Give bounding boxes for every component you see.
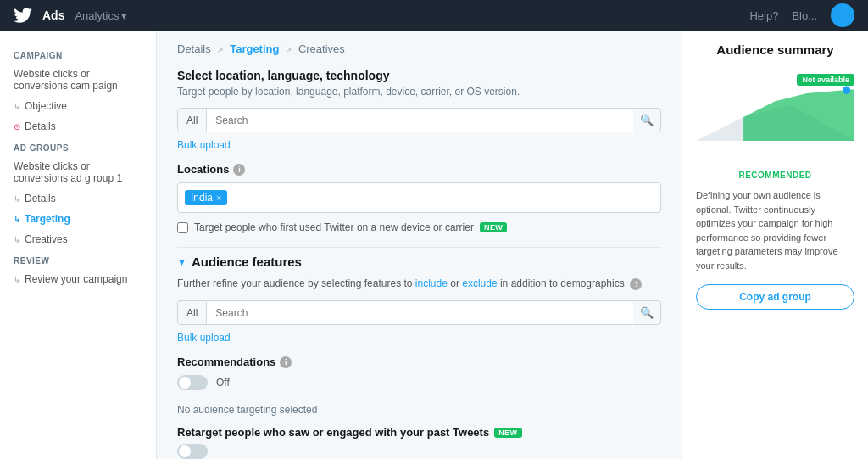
twitter-logo xyxy=(14,8,32,23)
audience-search-input[interactable] xyxy=(207,302,633,324)
sidebar-icon-targeting: ↳ xyxy=(14,215,20,224)
copy-ad-group-button[interactable]: Copy ad group xyxy=(696,284,854,310)
location-bulk-upload[interactable]: Bulk upload xyxy=(177,139,661,151)
audience-summary-panel: Audience summary Not available RECOMMEND… xyxy=(682,31,868,459)
india-tag[interactable]: India × xyxy=(185,190,227,205)
audience-features-desc: Further refine your audience by selectin… xyxy=(177,277,661,290)
recommendations-info-icon: i xyxy=(280,356,292,368)
recommended-label: RECOMMENDED xyxy=(696,171,854,180)
retarget-toggle-knob xyxy=(179,445,191,457)
sidebar-arrow-objective: ↳ xyxy=(14,102,20,111)
retarget-row: Retarget people who saw or engaged with … xyxy=(177,426,661,459)
locations-info-icon: i xyxy=(233,164,245,176)
main-layout: CAMPAIGN Website clicks or conversions c… xyxy=(0,31,868,459)
breadcrumb-creatives[interactable]: Creatives xyxy=(298,42,345,55)
location-section-title: Select location, language, technology xyxy=(177,69,661,82)
breadcrumb-details[interactable]: Details xyxy=(177,42,211,55)
sidebar-icon-details: ⊙ xyxy=(14,122,20,132)
audience-bulk-upload[interactable]: Bulk upload xyxy=(177,332,661,344)
new-badge-carrier: NEW xyxy=(480,222,507,232)
location-section-desc: Target people by location, language, pla… xyxy=(177,86,661,98)
sidebar-item-adgroup-details[interactable]: ↳ Details xyxy=(0,188,156,209)
location-search-all[interactable]: All xyxy=(178,109,207,132)
topnav-right: Help? Blo... xyxy=(749,3,854,27)
svg-marker-1 xyxy=(743,89,854,141)
sidebar-arrow-review: ↳ xyxy=(14,275,20,284)
no-targeting-message: No audience targeting selected xyxy=(177,404,661,416)
audience-search-all[interactable]: All xyxy=(178,302,207,324)
location-search-icon: 🔍 xyxy=(633,109,660,132)
sidebar: CAMPAIGN Website clicks or conversions c… xyxy=(0,31,157,459)
blog-link[interactable]: Blo... xyxy=(792,9,817,22)
recommendations-toggle[interactable] xyxy=(177,375,208,390)
top-navigation: Ads Analytics ▾ Help? Blo... xyxy=(0,0,868,31)
review-section-title: REVIEW xyxy=(0,249,156,269)
breadcrumb-sep2: > xyxy=(286,44,291,54)
exclude-link[interactable]: exclude xyxy=(462,277,497,289)
toggle-knob xyxy=(179,377,191,389)
analytics-menu[interactable]: Analytics ▾ xyxy=(75,9,127,22)
audience-info-icon: ? xyxy=(630,278,642,290)
campaign-section-title: CAMPAIGN xyxy=(0,44,156,64)
chart-area: Not available xyxy=(696,67,854,160)
location-search-input[interactable] xyxy=(207,109,633,132)
sidebar-arrow-creatives: ↳ xyxy=(14,235,20,244)
locations-label: Locations i xyxy=(177,163,661,176)
locations-box[interactable]: India × xyxy=(177,182,661,213)
recommendations-toggle-label: Off xyxy=(216,377,230,389)
sidebar-item-targeting[interactable]: ↳ Targeting xyxy=(0,209,156,229)
brand-label: Ads xyxy=(42,8,64,22)
india-tag-remove[interactable]: × xyxy=(216,193,221,203)
twitter-icon xyxy=(14,8,32,23)
new-badge-retarget: NEW xyxy=(494,428,521,438)
breadcrumb-sep1: > xyxy=(218,44,223,54)
audience-search-bar: All 🔍 xyxy=(177,300,661,325)
topnav-left: Ads Analytics ▾ xyxy=(14,8,127,23)
audience-features-arrow-icon: ▼ xyxy=(177,257,186,267)
main-area: Details > Targeting > Creatives Select l… xyxy=(157,31,868,459)
sidebar-item-details[interactable]: ⊙ Details xyxy=(0,116,156,137)
include-link[interactable]: include xyxy=(415,277,448,289)
sidebar-item-creatives[interactable]: ↳ Creatives xyxy=(0,229,156,249)
main-content: Details > Targeting > Creatives Select l… xyxy=(157,31,682,459)
sidebar-item-review[interactable]: ↳ Review your campaign xyxy=(0,269,156,289)
avatar[interactable] xyxy=(831,3,854,27)
ad-groups-section-title: AD GROUPS xyxy=(0,137,156,156)
recommendations-toggle-row: Off xyxy=(177,375,661,390)
retarget-toggle[interactable] xyxy=(177,444,208,459)
audience-features-header[interactable]: ▼ Audience features xyxy=(177,247,661,272)
sidebar-item-campaign-name: Website clicks or conversions cam paign xyxy=(0,64,156,96)
audience-search-icon: 🔍 xyxy=(633,301,660,324)
device-carrier-checkbox[interactable] xyxy=(177,222,188,233)
location-search-bar: All 🔍 xyxy=(177,108,661,132)
svg-point-2 xyxy=(843,87,850,94)
sidebar-arrow-adgroup-details: ↳ xyxy=(14,194,20,204)
breadcrumb: Details > Targeting > Creatives xyxy=(177,31,661,69)
retarget-label-row: Retarget people who saw or engaged with … xyxy=(177,426,661,439)
audience-summary-title: Audience summary xyxy=(696,42,854,57)
breadcrumb-targeting[interactable]: Targeting xyxy=(230,42,279,55)
not-available-badge: Not available xyxy=(797,74,854,86)
help-link[interactable]: Help? xyxy=(749,9,778,22)
sidebar-item-objective[interactable]: ↳ Objective xyxy=(0,96,156,116)
recommendations-row: Recommendations i Off xyxy=(177,355,661,390)
recommendations-label-row: Recommendations i xyxy=(177,355,661,368)
sidebar-item-adgroup-name: Website clicks or conversions ad g roup … xyxy=(0,156,156,188)
audience-summary-desc: Defining your own audience is optional. … xyxy=(696,188,854,272)
device-carrier-checkbox-row: Target people who first used Twitter on … xyxy=(177,221,661,233)
audience-features-title: Audience features xyxy=(192,255,302,269)
